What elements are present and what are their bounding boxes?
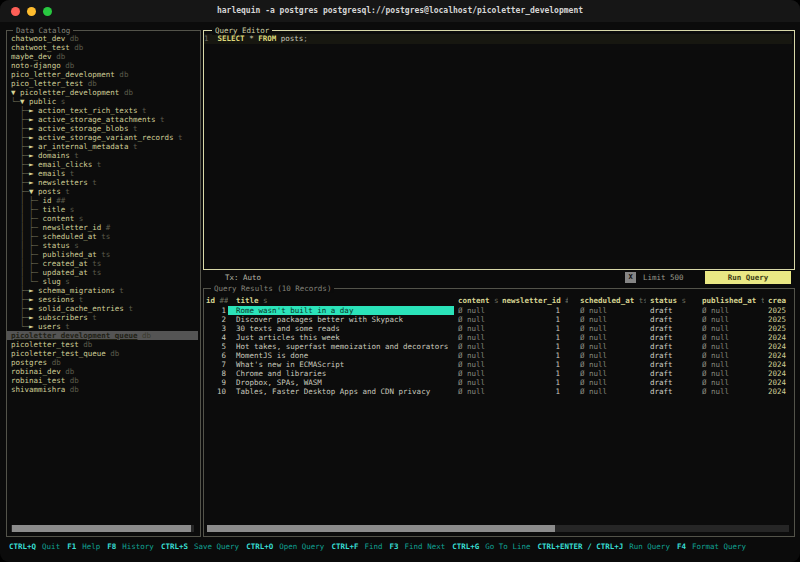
catalog-item[interactable]: pico_letter_development db	[7, 70, 198, 79]
catalog-item[interactable]: │ ├─ updated_at ts	[7, 268, 198, 277]
catalog-item[interactable]: │ ├─ status s	[7, 241, 198, 250]
table-cell[interactable]: Ø null	[568, 387, 646, 396]
table-cell[interactable]: Ø null	[454, 342, 500, 351]
catalog-item[interactable]: ├─► action_text_rich_texts t	[7, 106, 198, 115]
table-row[interactable]: 7What's new in ECMAScriptØ null1Ø nulldr…	[204, 360, 792, 369]
expand-arrow-icon[interactable]: ►	[29, 286, 38, 295]
table-cell[interactable]: 2024	[764, 360, 792, 369]
table-cell[interactable]: Ø null	[690, 342, 764, 351]
table-cell[interactable]: draft	[646, 387, 690, 396]
catalog-item[interactable]: ├─► ar_internal_metadata t	[7, 142, 198, 151]
table-row[interactable]: 9Dropbox, SPAs, WASMØ null1Ø nulldraftØ …	[204, 378, 792, 387]
table-cell[interactable]: 2024	[764, 351, 792, 360]
table-cell[interactable]: 3	[204, 324, 228, 333]
catalog-item[interactable]: robinai_test db	[7, 376, 198, 385]
catalog-item[interactable]: │ ├─ title s	[7, 205, 198, 214]
table-cell[interactable]: Ø null	[690, 360, 764, 369]
table-cell[interactable]: 4	[204, 333, 228, 342]
table-cell[interactable]: Ø null	[690, 315, 764, 324]
expand-arrow-icon[interactable]: ►	[29, 322, 38, 331]
table-cell[interactable]: draft	[646, 369, 690, 378]
expand-arrow-icon[interactable]: ►	[29, 124, 38, 133]
catalog-item[interactable]: pico_letter_test db	[7, 79, 198, 88]
table-row[interactable]: 330 texts and some readsØ null1Ø nulldra…	[204, 324, 792, 333]
expand-arrow-icon[interactable]: ►	[29, 313, 38, 322]
table-cell[interactable]: 2025	[764, 315, 792, 324]
table-cell[interactable]: draft	[646, 306, 690, 315]
catalog-item[interactable]: └─► users t	[7, 322, 198, 331]
expand-arrow-icon[interactable]: ►	[29, 160, 38, 169]
table-cell[interactable]: 8	[204, 369, 228, 378]
column-header[interactable]: id ##	[204, 296, 228, 306]
table-cell[interactable]: 1	[500, 387, 568, 396]
footer-shortcut[interactable]: CTRL+FFind	[331, 542, 382, 551]
table-cell[interactable]: 1	[500, 333, 568, 342]
table-row[interactable]: 2Discover packages better with SkypackØ …	[204, 315, 792, 324]
table-cell[interactable]: 2024	[764, 342, 792, 351]
table-cell[interactable]: Chrome and libraries	[228, 369, 454, 378]
table-cell[interactable]: draft	[646, 333, 690, 342]
table-cell[interactable]: Ø null	[690, 351, 764, 360]
table-cell[interactable]: Ø null	[568, 342, 646, 351]
expand-arrow-icon[interactable]: ►	[29, 115, 38, 124]
catalog-item[interactable]: ├─▼ posts t	[7, 187, 198, 196]
column-header[interactable]: title s	[228, 296, 454, 306]
catalog-item[interactable]: ├─► subscribers t	[7, 313, 198, 322]
table-cell[interactable]: Ø null	[454, 378, 500, 387]
expand-arrow-icon[interactable]: ►	[29, 106, 38, 115]
catalog-item[interactable]: robinai_dev db	[7, 367, 198, 376]
table-cell[interactable]: 6	[204, 351, 228, 360]
catalog-item[interactable]: ├─► active_storage_attachments t	[7, 115, 198, 124]
table-cell[interactable]: Ø null	[568, 369, 646, 378]
footer-shortcut[interactable]: CTRL+OOpen Query	[246, 542, 324, 551]
table-cell[interactable]: 2024	[764, 369, 792, 378]
table-cell[interactable]: Ø null	[568, 315, 646, 324]
column-header[interactable]: newsletter_id #	[500, 296, 568, 306]
catalog-item[interactable]: noto-django db	[7, 61, 198, 70]
run-query-button[interactable]: Run Query	[705, 271, 791, 284]
catalog-item[interactable]: picoletter_development_queue db	[7, 331, 198, 340]
table-cell[interactable]: 1	[500, 360, 568, 369]
expand-arrow-icon[interactable]: ►	[29, 304, 38, 313]
table-cell[interactable]: Ø null	[568, 378, 646, 387]
table-cell[interactable]: 1	[500, 324, 568, 333]
transaction-mode[interactable]: Tx: Auto	[225, 271, 261, 284]
table-cell[interactable]: Rome wasn't built in a day	[228, 306, 454, 315]
table-cell[interactable]: Ø null	[454, 369, 500, 378]
table-row[interactable]: 4Just articles this weekØ null1Ø nulldra…	[204, 333, 792, 342]
table-cell[interactable]: 2024	[764, 333, 792, 342]
catalog-item[interactable]: │ ├─ newsletter_id #	[7, 223, 198, 232]
expand-arrow-icon[interactable]: ►	[29, 151, 38, 160]
catalog-item[interactable]: picoletter_test db	[7, 340, 198, 349]
catalog-item[interactable]: ├─► newsletters t	[7, 178, 198, 187]
table-cell[interactable]: 2024	[764, 378, 792, 387]
catalog-item[interactable]: ├─► active_storage_blobs t	[7, 124, 198, 133]
catalog-item[interactable]: │ ├─ id ##	[7, 196, 198, 205]
table-cell[interactable]: Ø null	[454, 351, 500, 360]
table-cell[interactable]: draft	[646, 351, 690, 360]
query-editor-pane[interactable]	[203, 30, 795, 270]
table-cell[interactable]: Ø null	[454, 387, 500, 396]
catalog-item[interactable]: ├─► domains t	[7, 151, 198, 160]
catalog-item[interactable]: ▼ picoletter_development db	[7, 88, 198, 97]
table-cell[interactable]: 2	[204, 315, 228, 324]
footer-shortcut[interactable]: CTRL+GGo To Line	[452, 542, 530, 551]
table-cell[interactable]: Ø null	[690, 306, 764, 315]
table-row[interactable]: 8Chrome and librariesØ null1Ø nulldraftØ…	[204, 369, 792, 378]
table-cell[interactable]: draft	[646, 378, 690, 387]
catalog-item[interactable]: picoletter_test_queue db	[7, 349, 198, 358]
expand-arrow-icon[interactable]: ►	[29, 133, 38, 142]
table-row[interactable]: 10Tables, Faster Desktop Apps and CDN pr…	[204, 387, 792, 396]
results-horizontal-scrollbar[interactable]	[207, 525, 789, 532]
catalog-scrollbar-thumb[interactable]	[12, 525, 191, 532]
table-row[interactable]: 1Rome wasn't built in a dayØ null1Ø null…	[204, 306, 792, 315]
catalog-horizontal-scrollbar[interactable]	[11, 525, 194, 532]
footer-shortcut[interactable]: CTRL+SSave Query	[161, 542, 239, 551]
table-cell[interactable]: Just articles this week	[228, 333, 454, 342]
table-cell[interactable]: Discover packages better with Skypack	[228, 315, 454, 324]
results-table[interactable]: id ##title scontent snewsletter_id #sche…	[204, 296, 792, 396]
table-cell[interactable]: 1	[500, 351, 568, 360]
catalog-item[interactable]: ├─► sessions t	[7, 295, 198, 304]
table-cell[interactable]: 5	[204, 342, 228, 351]
catalog-item[interactable]: │ ├─ content s	[7, 214, 198, 223]
